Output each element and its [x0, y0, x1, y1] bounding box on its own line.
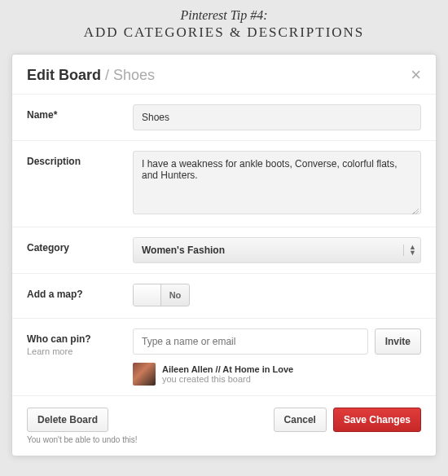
- modal-title: Edit Board / Shoes: [27, 67, 155, 84]
- tip-number: Pinterest Tip #4:: [0, 8, 448, 23]
- learn-more-link[interactable]: Learn more: [27, 346, 133, 356]
- map-toggle[interactable]: No: [133, 284, 190, 306]
- collaborator-subtext: you created this board: [162, 374, 293, 384]
- delete-board-button[interactable]: Delete Board: [27, 408, 108, 432]
- collaborator-name: Aileen Allen // At Home in Love: [162, 364, 293, 374]
- cancel-button[interactable]: Cancel: [274, 408, 327, 432]
- save-changes-button[interactable]: Save Changes: [333, 408, 421, 432]
- invite-input[interactable]: [133, 328, 368, 355]
- invite-button[interactable]: Invite: [375, 328, 421, 355]
- who-can-pin-label: Who can pin? Learn more: [27, 328, 133, 386]
- map-label: Add a map?: [27, 284, 133, 308]
- description-textarea[interactable]: [133, 151, 421, 214]
- category-label: Category: [27, 237, 133, 263]
- tip-title: ADD CATEGORIES & DESCRIPTIONS: [0, 24, 448, 41]
- description-label: Description: [27, 151, 133, 217]
- close-icon[interactable]: ×: [411, 66, 421, 84]
- name-input[interactable]: [133, 104, 421, 130]
- modal-title-separator: /: [105, 67, 113, 83]
- modal-title-board: Shoes: [113, 67, 155, 83]
- name-label: Name*: [27, 104, 133, 130]
- select-arrows-icon: ▲▼: [403, 245, 416, 256]
- avatar: [133, 363, 156, 386]
- category-select[interactable]: Women's Fashion: [133, 237, 421, 263]
- toggle-knob: [134, 284, 161, 306]
- modal-title-prefix: Edit Board: [27, 67, 101, 83]
- edit-board-modal: Edit Board / Shoes × Name* Description C…: [11, 54, 437, 456]
- delete-warning: You won't be able to undo this!: [27, 435, 138, 444]
- toggle-no-label: No: [161, 284, 189, 306]
- resize-grip-icon[interactable]: [412, 208, 419, 214]
